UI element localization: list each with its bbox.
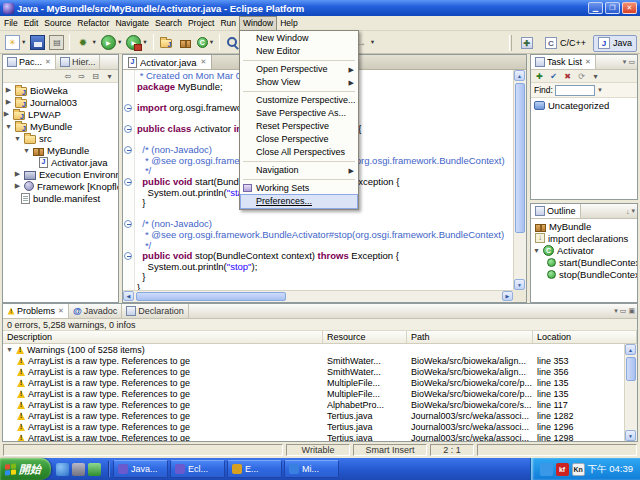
collapse-all-button[interactable]: ⊟: [90, 71, 101, 82]
external-tools-button[interactable]: ▼: [124, 32, 149, 52]
quick-launch-icon-1[interactable]: [56, 463, 69, 476]
tree-item-lpwap[interactable]: ▶LPWAP: [3, 108, 118, 120]
scroll-left-icon[interactable]: ◀: [123, 291, 134, 301]
menubar-item-help[interactable]: Help: [277, 16, 300, 30]
menu-item-preferences[interactable]: Preferences...: [241, 195, 357, 208]
tab-close-icon[interactable]: ✕: [585, 58, 591, 66]
quick-launch-icon-2[interactable]: [72, 463, 85, 476]
expand-arrow-icon[interactable]: ▶: [3, 110, 10, 118]
debug-button[interactable]: ▼: [73, 32, 98, 52]
vertical-scrollbar[interactable]: ▲ ▼: [513, 70, 526, 290]
new-class-button[interactable]: ▼: [195, 32, 216, 52]
tray-language-icon[interactable]: Kn: [572, 463, 585, 476]
expand-arrow-icon[interactable]: ▶: [5, 86, 12, 94]
perspective-java-button[interactable]: J Java: [593, 35, 637, 52]
problems-table-body[interactable]: ▼ Warnings (100 of 5258 items) ArrayList…: [3, 344, 637, 441]
horizontal-scrollbar[interactable]: ◀ ▶: [123, 290, 513, 302]
menubar-item-run[interactable]: Run: [217, 16, 239, 30]
vertical-scroll-thumb[interactable]: [626, 357, 636, 381]
tree-item-src[interactable]: ▼src: [3, 132, 118, 144]
column-description[interactable]: Description: [3, 331, 323, 343]
taskbar-button-2[interactable]: Ecl...: [170, 460, 225, 478]
collapse-arrow-icon[interactable]: ▼: [533, 247, 540, 254]
expand-arrow-icon[interactable]: ▶: [5, 98, 12, 106]
tab-package-explorer[interactable]: Pac... ✕: [3, 55, 56, 69]
problem-row[interactable]: ArrayList is a raw type. References to g…: [3, 432, 624, 441]
tray-kf-icon[interactable]: kf: [556, 463, 569, 476]
expand-arrow-icon[interactable]: ▶: [14, 170, 21, 178]
print-button[interactable]: [47, 32, 66, 52]
collapse-arrow-icon[interactable]: ▼: [23, 147, 30, 154]
scroll-down-icon[interactable]: ▼: [514, 279, 525, 290]
dropdown-caret-icon[interactable]: ▼: [142, 39, 147, 45]
menu-item-show-view[interactable]: Show View▶: [241, 76, 357, 89]
menubar-item-search[interactable]: Search: [152, 16, 185, 30]
dropdown-caret-icon[interactable]: ▼: [209, 39, 214, 45]
problem-row[interactable]: ArrayList is a raw type. References to g…: [3, 355, 624, 366]
menubar-item-window[interactable]: Window: [239, 16, 277, 30]
scroll-up-icon[interactable]: ▲: [625, 344, 636, 355]
menubar-item-source[interactable]: Source: [41, 16, 74, 30]
problems-scrollbar[interactable]: ▲ ▼: [624, 344, 637, 441]
tab-javadoc[interactable]: @ Javadoc: [69, 304, 122, 318]
menu-item-working-sets[interactable]: Working Sets: [241, 182, 357, 195]
collapse-arrow-icon[interactable]: ▼: [5, 123, 12, 130]
dropdown-caret-icon[interactable]: ▼: [91, 39, 96, 45]
menubar-item-project[interactable]: Project: [185, 16, 217, 30]
view-menu-icon[interactable]: ▾: [590, 71, 601, 82]
editor-tab-activator[interactable]: Activator.java ✕: [123, 55, 212, 69]
dropdown-caret-icon[interactable]: ▼: [370, 39, 375, 45]
close-button[interactable]: ✕: [622, 2, 637, 14]
tab-problems[interactable]: Problems ✕: [3, 304, 69, 318]
run-button[interactable]: ▼: [99, 32, 124, 52]
menu-item-new-window[interactable]: New Window: [241, 32, 357, 45]
new-wizard-button[interactable]: ▼: [3, 32, 28, 52]
horizontal-scroll-thumb[interactable]: [136, 292, 286, 301]
tree-item-execution-environments[interactable]: ▶Execution Environme...: [3, 168, 118, 180]
maximize-button[interactable]: ❐: [605, 2, 620, 14]
menubar-item-navigate[interactable]: Navigate: [112, 16, 152, 30]
tray-icon-1[interactable]: [540, 463, 553, 476]
save-button[interactable]: [28, 32, 47, 52]
mark-complete-icon[interactable]: ✔: [548, 71, 559, 82]
outline-item-method-stop[interactable]: stop(BundleContext: [531, 268, 637, 280]
new-java-project-button[interactable]: [157, 32, 176, 52]
collapse-arrow-icon[interactable]: ▼: [6, 346, 13, 353]
tab-close-icon[interactable]: ✕: [201, 58, 207, 66]
problem-row[interactable]: ArrayList is a raw type. References to g…: [3, 377, 624, 388]
tray-clock[interactable]: 下午 04:39: [588, 463, 633, 476]
sort-icon[interactable]: ↓: [626, 208, 630, 215]
menu-item-new-editor[interactable]: New Editor: [241, 45, 357, 58]
titlebar[interactable]: Java - MyBundle/src/MyBundle/Activator.j…: [0, 0, 640, 16]
collapse-arrow-icon[interactable]: ▼: [14, 135, 21, 142]
problem-row[interactable]: ArrayList is a raw type. References to g…: [3, 388, 624, 399]
new-task-icon[interactable]: ✚: [534, 71, 545, 82]
taskbar-button-4[interactable]: Mi...: [284, 460, 339, 478]
new-package-button[interactable]: [176, 32, 195, 52]
tab-close-icon[interactable]: ✕: [45, 58, 51, 66]
minimize-button[interactable]: ▁: [588, 2, 603, 14]
menu-item-open-perspective[interactable]: Open Perspective▶: [241, 63, 357, 76]
start-button[interactable]: 開始: [0, 458, 51, 480]
status-insert-mode[interactable]: Smart Insert: [353, 444, 427, 456]
task-list-tree[interactable]: Uncategorized: [531, 98, 637, 199]
problems-group-row[interactable]: ▼ Warnings (100 of 5258 items): [3, 344, 624, 355]
vertical-scroll-thumb[interactable]: [515, 83, 525, 233]
perspective-bar-handle[interactable]: [509, 35, 512, 51]
delete-task-icon[interactable]: ✖: [562, 71, 573, 82]
tree-item-mybundle-project[interactable]: ▼MyBundle: [3, 120, 118, 132]
menubar-item-refactor[interactable]: Refactor: [74, 16, 112, 30]
minimize-view-icon[interactable]: ▭: [620, 307, 627, 315]
column-resource[interactable]: Resource: [323, 331, 407, 343]
tab-task-list[interactable]: Task List ✕: [531, 55, 596, 69]
menu-item-navigation[interactable]: Navigation▶: [241, 164, 357, 177]
outline-item-imports[interactable]: import declarations: [531, 232, 637, 244]
menu-item-customize-perspective[interactable]: Customize Perspective...: [241, 94, 357, 107]
task-category-uncategorized[interactable]: Uncategorized: [531, 99, 637, 111]
taskbar-button-3[interactable]: E...: [227, 460, 282, 478]
quick-launch-icon-3[interactable]: [88, 463, 101, 476]
task-find-input[interactable]: [555, 85, 595, 96]
tree-item-mybundle-package[interactable]: ▼MyBundle: [3, 144, 118, 156]
back-mini-button[interactable]: ⇦: [62, 71, 73, 82]
menubar-item-edit[interactable]: Edit: [21, 16, 42, 30]
